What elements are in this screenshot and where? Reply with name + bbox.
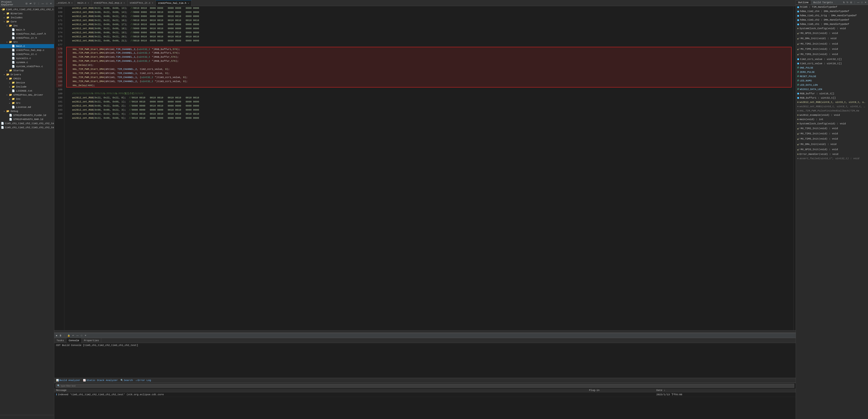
filter-btn[interactable]: ▽	[33, 2, 36, 5]
link-editor-btn[interactable]: ⇄	[29, 2, 32, 5]
tree-item-debug[interactable]: ▾ 📂 Debug	[0, 109, 54, 113]
horizontal-scrollbar[interactable]	[54, 330, 796, 333]
editor-tab-main_c[interactable]: main.c✕	[75, 0, 92, 6]
tab-close-icon[interactable]: ✕	[188, 2, 189, 4]
tree-item-binaries[interactable]: ▸ 📁 Binaries	[0, 11, 54, 16]
sync-btn[interactable]: ↻	[846, 1, 849, 4]
editor-scrollbar[interactable]	[794, 6, 796, 330]
outline-item[interactable]: ⊕HAL_TIM_PWM_PulseFinishedCallback(TIM_H…	[796, 109, 868, 113]
filter-input[interactable]	[61, 384, 793, 387]
tree-item-includes[interactable]: ▸ 📁 Includes	[0, 16, 54, 20]
build-link-search[interactable]: 🔍Search	[121, 379, 133, 382]
tree-item-ram_ld[interactable]: 📄 STM32F405VGTX_RAM.ld	[0, 117, 54, 121]
outline-item[interactable]: RGB_buffur1 : uint32_t[]	[796, 96, 868, 100]
build-link-error_log[interactable]: ⚠Error Log	[135, 379, 151, 382]
tab-close-icon[interactable]: ✕	[152, 2, 153, 4]
tab-close-icon[interactable]: ✕	[88, 2, 89, 4]
tree-item-include[interactable]: ▸ 📁 Include	[0, 85, 54, 89]
outline-item[interactable]: ⊕SMX_TIM3_Init(void) : void	[796, 131, 868, 136]
editor-tab-_stdint_h[interactable]: _stdint.h✕	[54, 0, 75, 6]
console-minimize-btn[interactable]: —	[76, 334, 79, 337]
outline-item[interactable]: ⊕ws2812_example(void) : void	[796, 113, 868, 117]
tree-item-stm32f4xx_hal_conf_h[interactable]: 📄 stm32f4xx_hal_conf.h	[0, 32, 54, 36]
outline-item[interactable]: ⊕SMX_GPIO_Init(void) : void	[796, 147, 868, 152]
tab-close-icon[interactable]: ✕	[124, 2, 125, 4]
stop-btn[interactable]: ■	[55, 334, 58, 337]
console-maximize-btn[interactable]: □	[80, 334, 83, 337]
tree-item-root[interactable]: ▾ 📁 tim5_ch1_tim2_ch2_tim3_ch1_ch2_test	[0, 7, 54, 11]
tree-item-startup[interactable]: ▸ 📁 Startup	[0, 68, 54, 72]
tree-item-syscalls_c[interactable]: 📄 syscalls.c	[0, 56, 54, 60]
outline-item[interactable]: htim5 : TIM_HandleTypeDef	[796, 5, 868, 9]
outline-item[interactable]: hdma_tim3_ch2 : DMA_HandleTypeDef	[796, 18, 868, 22]
tree-item-stm32f4xx_it_h[interactable]: 📄 stm32f4xx_it.h	[0, 36, 54, 40]
tree-item-ioc[interactable]: 📄 tim5_ch1_tim2_ch2_tim3_ch1_ch2_test.io…	[0, 121, 54, 125]
outline-item[interactable]: ⊕ws2812_set_RGB1(uint8_t, uint8_t, uint8…	[796, 104, 868, 109]
outline-item[interactable]: hdma_tim3_ch1_trig : DMA_HandleTypeDef	[796, 13, 868, 18]
outline-item[interactable]: #LED_NUMS	[796, 79, 868, 83]
tree-item-stm32f4xx_it_c[interactable]: 📄 stm32f4xx_it.c	[0, 52, 54, 56]
outline-item[interactable]: ⊕SMX_DMA_Init(void) : void	[796, 142, 868, 147]
tree-item-core[interactable]: ▾ 📂 Core	[0, 20, 54, 24]
outline-close-btn[interactable]: ✕	[864, 1, 867, 4]
outline-item[interactable]: ⊕SystemClock_Config(void) : void	[796, 122, 868, 126]
clear-btn[interactable]: 🗑	[59, 334, 62, 337]
outline-item[interactable]: hdma_tim5_ch1 : DMA_HandleTypeDef	[796, 22, 868, 26]
tree-item-hal_license[interactable]: 📄 License.md	[0, 105, 54, 109]
sort-btn[interactable]: ⇅	[842, 1, 845, 4]
console-close-btn[interactable]: ✕	[84, 334, 87, 337]
outline-item[interactable]: ⊕SMX_TIM2_Init(void) : void	[796, 126, 868, 131]
outline-item[interactable]: ⊕SMX_DMA_Init(void) : void	[796, 36, 868, 41]
editor-tab-stm32f4xx_hal_msp_c[interactable]: stm32f4xx_hal_msp.c✕	[92, 0, 127, 6]
outline-item[interactable]: #LED_DATA_LEN	[796, 83, 868, 87]
outline-item[interactable]: ⊕SystemClock_Config(void) : void	[796, 26, 868, 31]
minimize-btn[interactable]: —	[41, 2, 44, 5]
outline-item[interactable]: ⊕SMX_TIM2_Init(void) : void	[796, 41, 868, 47]
collapse-all-outline-btn[interactable]: ⊟	[849, 1, 852, 4]
editor-tab-stm32f4xx_it_c[interactable]: stm32f4xx_it.c✕	[127, 0, 156, 6]
tree-item-stm32f4xx_hal_msp_c[interactable]: 📄 stm32f4xx_hal_msp.c	[0, 48, 54, 52]
code-content[interactable]: ws2812_set_RGB(0x22, 0x00, 0x00, 13); //…	[64, 6, 794, 330]
outline-minimize-btn[interactable]: —	[857, 1, 860, 4]
tree-item-system_stm32f4xx_c[interactable]: 📄 system_stm32f4xx.c	[0, 64, 54, 68]
outline-item[interactable]: ⊕SMX_TIM3_Init(void) : void	[796, 52, 868, 57]
outline-item[interactable]: #ONE_PULSE	[796, 66, 868, 70]
tree-item-hal_src[interactable]: ▸ 📁 Src	[0, 101, 54, 105]
outline-item[interactable]: RGB_buffur : uint16_t[]	[796, 92, 868, 96]
outline-item[interactable]: ⊕ws2812_set_RGB(uint8_t, uint8_t, uint8_…	[796, 100, 868, 104]
tab-outline[interactable]: Outline	[796, 0, 811, 4]
word-wrap-btn[interactable]: ↵	[72, 334, 75, 337]
tree-item-sysmem_c[interactable]: 📄 sysmem.c	[0, 60, 54, 64]
tree-item-debug_ioc[interactable]: 📄 tim5_ch1_tim2_ch2_tim3_ch1_ch2_test De…	[0, 125, 54, 129]
close-btn[interactable]: ✕	[49, 2, 53, 5]
tree-item-inc[interactable]: ▾ 📂 Inc	[0, 24, 54, 28]
tree-item-license_txt[interactable]: 📄 LICENSE.txt	[0, 89, 54, 93]
outline-item[interactable]: #RESET_PULSE	[796, 74, 868, 79]
scroll-lock-btn[interactable]: 🔒	[67, 334, 71, 337]
outline-maximize-btn[interactable]: □	[860, 1, 864, 4]
tree-item-main_h[interactable]: 📄 main.h	[0, 28, 54, 32]
tree-item-flash_ld[interactable]: 📄 STM32F405VGTX_FLASH.ld	[0, 113, 54, 117]
maximize-btn[interactable]: □	[45, 2, 49, 5]
tree-item-cmsis[interactable]: ▾ 📂 CMSIS	[0, 77, 54, 81]
outline-menu-btn[interactable]: ⋮	[853, 1, 856, 4]
outline-item[interactable]: #WS2812_DATA_LEN	[796, 87, 868, 92]
outline-item[interactable]: ⊕Error_Handler(void) : void	[796, 152, 868, 156]
collapse-all-btn[interactable]: ⊟	[25, 2, 28, 5]
tree-item-main_c[interactable]: 📄 main.c	[0, 44, 54, 48]
outline-item[interactable]: #ZERO_PULSE	[796, 70, 868, 74]
tab-close-icon[interactable]: ✕	[71, 2, 72, 4]
outline-item[interactable]: ⊕SMX_TIM5_Init(void) : void	[796, 47, 868, 52]
outline-item[interactable]: tim2_ccr1_value : uint32_t[]	[796, 57, 868, 61]
outline-item[interactable]: ⊕assert_failed(uint8_t*, uint32_t) : voi…	[796, 156, 868, 161]
tree-item-src[interactable]: ▾ 📂 Src	[0, 40, 54, 44]
build-link-static_stack[interactable]: 📈Static Stack Analyzer	[83, 379, 118, 382]
bottom-tab-properties[interactable]: Properties	[82, 338, 101, 343]
build-link-build_analyzer[interactable]: 📊Build Analyzer	[56, 379, 80, 382]
tree-item-device[interactable]: ▸ 📁 Device	[0, 81, 54, 85]
outline-item[interactable]: ⊕main(void) : int	[796, 117, 868, 122]
tab-build-targets[interactable]: Build Targets	[811, 0, 835, 4]
outline-item[interactable]: ⊕SMX_TIM5_Init(void) : void	[796, 136, 868, 142]
menu-btn[interactable]: ⋮	[37, 2, 40, 5]
bottom-tab-console[interactable]: Console	[66, 338, 82, 343]
